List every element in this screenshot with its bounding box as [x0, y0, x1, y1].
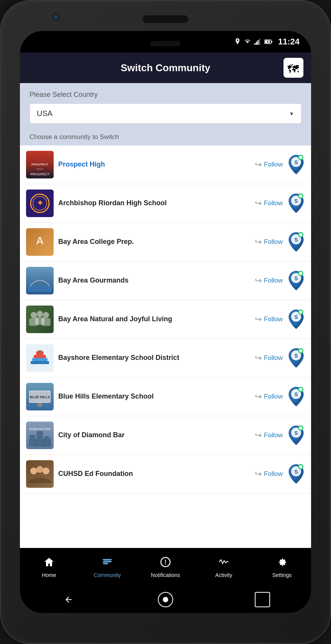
community-thumb: [26, 460, 54, 488]
follow-button[interactable]: Follow: [264, 315, 283, 323]
share-icon: ↪: [255, 392, 262, 402]
svg-text:HIGH: HIGH: [36, 168, 43, 170]
svg-point-65: [299, 388, 302, 391]
follow-button[interactable]: Follow: [264, 199, 283, 207]
svg-rect-70: [44, 436, 49, 446]
community-name: Bay Area Gourmands: [58, 276, 250, 285]
settings-icon: [277, 557, 287, 570]
svg-rect-61: [38, 403, 42, 407]
svg-rect-69: [37, 431, 43, 446]
svg-text:S: S: [294, 314, 298, 320]
list-item[interactable]: BLUE HILLS Blue Hills Elementary School …: [20, 378, 311, 416]
community-name: Prospect High: [58, 160, 250, 169]
share-icon: ↪: [255, 314, 262, 324]
share-icon: ↪: [255, 198, 262, 208]
list-item[interactable]: A Bay Area College Prep. ↪ Follow: [20, 223, 311, 262]
activity-icon: [218, 557, 229, 570]
community-name: Blue Hills Elementary School: [58, 392, 250, 401]
follow-section: ↪ Follow: [255, 392, 283, 402]
list-item[interactable]: Bay Area Gourmands ↪ Follow: [20, 262, 311, 300]
svg-point-23: [299, 195, 302, 198]
svg-point-86: [163, 597, 168, 602]
svg-text:A: A: [36, 235, 44, 247]
maps-icon[interactable]: 🗺: [283, 58, 303, 78]
svg-text:S: S: [294, 430, 298, 436]
android-nav: [20, 586, 311, 613]
svg-text:!: !: [164, 559, 166, 566]
share-icon: ↪: [255, 469, 262, 479]
thumb-image: A: [26, 228, 54, 256]
follow-button[interactable]: Follow: [264, 354, 283, 362]
svg-text:DIAMOND BAR: DIAMOND BAR: [29, 427, 51, 431]
svg-point-35: [299, 272, 302, 275]
community-thumb: ✦: [26, 190, 54, 217]
location-icon: [234, 38, 241, 45]
list-item[interactable]: Bay Area Natural and Joyful Living ↪ Fol…: [20, 300, 311, 339]
svg-text:✦: ✦: [37, 199, 43, 207]
thumb-image: [26, 306, 54, 333]
app-header: Switch Community 🗺: [20, 52, 311, 83]
svg-point-37: [31, 312, 37, 318]
community-thumb: A: [26, 228, 54, 256]
svg-text:S: S: [294, 391, 298, 397]
community-thumb: [26, 306, 54, 333]
recents-button[interactable]: [255, 592, 270, 607]
thumb-image: [26, 344, 54, 372]
follow-button[interactable]: Follow: [264, 432, 283, 439]
svg-rect-0: [254, 43, 256, 45]
follow-button[interactable]: Follow: [264, 470, 283, 478]
follow-button[interactable]: Follow: [264, 161, 283, 168]
list-item[interactable]: CUHSD Ed Foundation ↪ Follow: [20, 455, 311, 494]
nav-item-community[interactable]: Community: [78, 557, 136, 578]
follow-button[interactable]: Follow: [264, 277, 283, 284]
thumb-image: DIAMOND BAR: [26, 422, 54, 449]
svg-text:🗺: 🗺: [287, 63, 299, 75]
back-button[interactable]: [61, 592, 76, 607]
svg-point-56: [299, 349, 302, 352]
camera: [51, 11, 61, 22]
svg-rect-76: [26, 460, 54, 488]
follow-section: ↪ Follow: [255, 314, 283, 324]
phone-frame: 11:24 Switch Community 🗺 Please Select C…: [0, 0, 331, 644]
country-label: Please Select Country: [29, 91, 302, 99]
nav-label-home: Home: [42, 572, 56, 578]
phone-screen: 11:24 Switch Community 🗺 Please Select C…: [20, 31, 311, 613]
location-pin: S: [287, 386, 305, 407]
location-pin: S: [287, 309, 305, 330]
community-name: Archbishop Riordan High School: [58, 199, 250, 208]
svg-text:S: S: [294, 159, 298, 165]
follow-button[interactable]: Follow: [264, 238, 283, 246]
svg-point-46: [299, 311, 302, 314]
share-icon: ↪: [255, 237, 262, 247]
svg-rect-1: [256, 42, 257, 45]
svg-point-78: [36, 466, 43, 473]
thumb-image: PROSPECT HIGH: [26, 151, 54, 178]
choose-label: Choose a community to Switch: [20, 129, 311, 145]
community-name: Bayshore Elementary School District: [58, 353, 250, 362]
thumb-image: ✦: [26, 190, 54, 217]
list-item[interactable]: Bayshore Elementary School District ↪ Fo…: [20, 339, 311, 378]
country-select[interactable]: USA ▼: [29, 103, 302, 124]
svg-text:S: S: [294, 275, 298, 281]
list-item[interactable]: PROSPECT HIGH Prospect High ↪ Follow: [20, 145, 311, 184]
status-time: 11:24: [278, 37, 300, 47]
location-pin: S: [287, 154, 305, 175]
country-selected-value: USA: [37, 109, 52, 118]
list-item[interactable]: ✦ Archbishop Riordan High School ↪ Follo…: [20, 184, 311, 223]
community-name: Bay Area College Prep.: [58, 237, 250, 246]
nav-item-home[interactable]: Home: [20, 557, 78, 578]
community-name: CUHSD Ed Foundation: [58, 469, 250, 478]
share-icon: ↪: [255, 430, 262, 440]
signal-icon: [254, 39, 261, 45]
nav-label-community: Community: [94, 572, 121, 578]
nav-item-settings[interactable]: Settings: [253, 557, 311, 578]
nav-item-notifications[interactable]: ! Notifications: [136, 557, 195, 578]
home-button[interactable]: [158, 592, 173, 607]
battery-icon: [264, 39, 273, 44]
svg-point-39: [43, 312, 49, 318]
follow-button[interactable]: Follow: [264, 393, 283, 400]
share-icon: ↪: [255, 353, 262, 363]
svg-point-79: [43, 467, 49, 474]
nav-item-activity[interactable]: Activity: [195, 557, 253, 578]
list-item[interactable]: DIAMOND BAR City of Diamond Bar ↪ Follow: [20, 416, 311, 455]
